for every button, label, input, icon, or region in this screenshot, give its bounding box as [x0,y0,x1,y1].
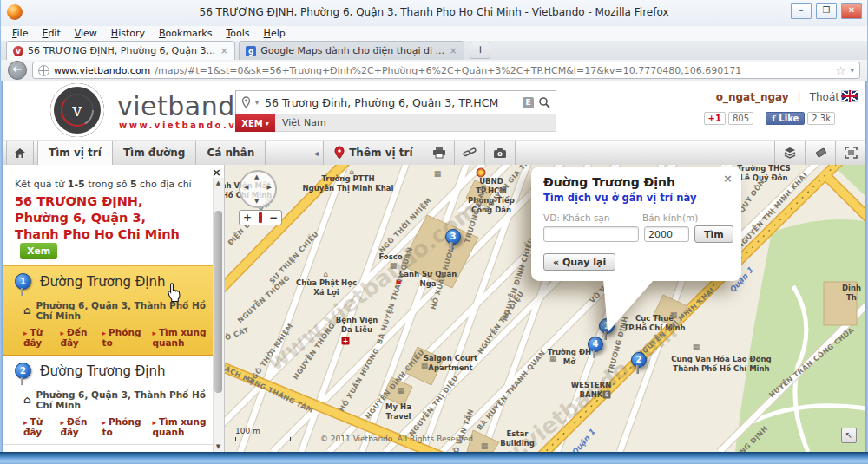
result-action-link[interactable]: Phóng to [102,327,141,348]
result-links: Từ đâyĐến đâyPhóng toTìm xung quanh [23,416,208,437]
map-zoom-control[interactable]: + − [239,210,282,225]
menu-item[interactable]: History [105,27,151,40]
result-action-link[interactable]: Phóng to [102,416,141,437]
map-marker[interactable]: 4 [588,337,603,352]
toolbar-gap [266,141,309,165]
layers-icon [783,147,797,159]
overview-map-button[interactable]: ↖ [841,428,857,443]
map-marker[interactable]: 3 [445,229,461,245]
xem-badge-button[interactable]: Xem [20,243,57,259]
result-action-link[interactable]: Tìm xung quanh [152,416,208,437]
bookmark-star-icon[interactable]: ☆ [836,64,846,77]
search-input[interactable] [263,95,518,110]
vietbando-logo[interactable]: v [50,83,104,137]
result-action-link[interactable]: Từ đây [23,416,49,437]
service-input[interactable] [543,226,639,242]
toolbar-tab[interactable]: Tìm đường [113,141,197,165]
url-domain: www.vietbando.com [54,65,150,76]
close-button[interactable]: ✕ [841,3,862,19]
pan-down-icon[interactable]: ▼ [254,198,259,205]
zoom-in-icon[interactable]: + [243,212,252,224]
home-icon: ⌂ [23,394,31,406]
url-field[interactable]: www.vietbando.com /maps/#t=1&st=0&sk=56+… [32,62,860,79]
map-canvas[interactable]: Bệnh Viện Mắt TP Hồ Chí MinhTrường PTTH … [225,165,865,452]
scroll-down-icon[interactable]: ▼ [214,441,223,452]
workspace: × Kết quả từ 1-5 trong số 5 cho địa chỉ … [3,165,865,452]
menu-item[interactable]: Tools [220,27,255,40]
toolbar-tab[interactable]: Cá nhân [196,141,266,165]
result-action-link[interactable]: Từ đây [23,327,49,348]
result-item[interactable]: 1 Đường Trương Định ⌂ Phường 6, Quận 3, … [3,265,214,356]
result-action-link[interactable]: Đến đây [61,327,91,348]
tab-bar: v 56 TRƯƠNG ĐỊNH, Phường 6, Quận 3... × … [1,41,867,60]
search-area: ▾ E XEM▾ Việt Nam [235,90,556,132]
xem-button[interactable]: XEM▾ [235,114,275,132]
sidebar-close-icon[interactable]: × [212,166,221,179]
home-button[interactable] [6,141,34,165]
back-button[interactable]: ← [8,61,27,80]
scale-bar [235,437,291,441]
popup-field-labels: VD: Khách sạn Bán kính(m) [543,212,729,223]
popup-close-icon[interactable]: × [723,172,733,185]
browser-tab[interactable]: g Google Maps dành cho điện thoại di ...… [239,41,464,60]
facebook-like-button[interactable]: fLike 2.3k [766,112,835,125]
tag-icon [814,147,827,159]
restore-button[interactable]: ❒ [816,3,837,19]
snapshot-button[interactable] [485,141,516,165]
new-tab-button[interactable]: + [470,42,490,59]
pan-up-icon[interactable]: ▲ [254,173,259,180]
mouse-cursor-hand [164,281,182,307]
share-link-button[interactable] [455,141,485,165]
result-item[interactable]: 2 Đường Trương Định ⌂ Phường 6, Quận 3, … [3,356,214,445]
logout-link[interactable]: Thoát [810,91,839,103]
tab-close-icon[interactable]: × [449,46,457,56]
minimize-button[interactable]: – [791,3,812,19]
popup-search-button[interactable]: Tìm [694,225,733,243]
result-action-link[interactable]: Đến đây [61,416,91,437]
popup-back-button[interactable]: « Quay lại [543,253,615,271]
pan-left-icon[interactable]: ◀ [244,184,248,191]
username[interactable]: o_ngat_ngay [716,91,789,103]
menu-item[interactable]: View [69,27,103,40]
toolbar-tab[interactable]: Tìm vị trí [37,141,113,165]
link-icon [463,147,477,159]
radius-input[interactable] [644,226,689,242]
result-action-link[interactable]: Tìm xung quanh [152,327,208,348]
scrollbar-thumb[interactable] [214,211,222,393]
toolbar-right-group [771,141,865,165]
collapse-panel-button[interactable]: ◂ [309,141,323,165]
menu-item[interactable]: File [6,27,34,40]
region-bar: XEM▾ Việt Nam [235,114,556,132]
menu-item[interactable]: Help [258,27,292,40]
e-badge: E [523,97,534,108]
tab-close-icon[interactable]: × [220,46,228,56]
english-flag-icon[interactable] [841,90,858,102]
search-icon[interactable] [538,96,550,108]
zoom-out-icon[interactable]: − [269,212,278,224]
toolbar-tabs: Tìm vị tríTìm đườngCá nhân [34,141,266,165]
map-pan-control[interactable]: ▲ ▼ ◀ ▶ [239,170,277,208]
scroll-up-icon[interactable]: ▲ [214,178,223,188]
fullscreen-button[interactable] [835,141,865,165]
region-label: Việt Nam [275,114,556,132]
print-button[interactable] [424,141,455,165]
result-number-pin: 1 [15,273,31,290]
tab-title: Google Maps dành cho điện thoại di ... [260,45,444,56]
service-label: VD: Khách sạn [543,212,642,223]
url-dropdown-icon[interactable]: ▾ [850,66,854,75]
search-box[interactable]: ▾ E [235,90,556,114]
menu-item[interactable]: Edit [36,27,66,40]
social-buttons: +1 805 fLike 2.3k [704,112,835,125]
zoom-lever[interactable] [259,212,262,223]
map-marker[interactable]: 2 [631,352,647,368]
add-location-button[interactable]: Thêm vị trí [323,141,424,165]
pan-right-icon[interactable]: ▶ [267,184,272,191]
browser-tab[interactable]: v 56 TRƯƠNG ĐỊNH, Phường 6, Quận 3... × [6,41,235,60]
sidebar-scrollbar[interactable]: ▲ ▼ [213,178,224,452]
google-plusone-button[interactable]: +1 805 [704,112,753,125]
result-number-pin: 2 [15,363,31,379]
layers-button[interactable] [774,141,805,165]
menu-item[interactable]: Bookmarks [153,27,218,40]
label-tool-button[interactable] [805,141,835,165]
pin-dropdown-icon[interactable]: ▾ [255,99,259,107]
